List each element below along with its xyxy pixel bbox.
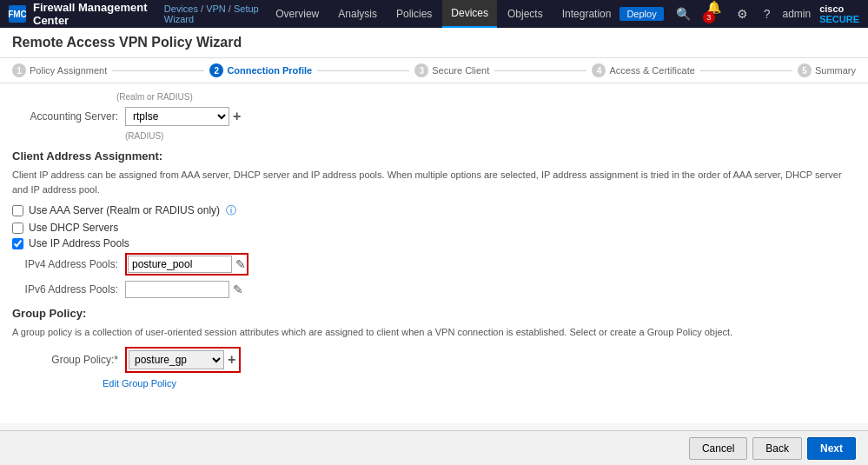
- nav-overview[interactable]: Overview: [267, 0, 328, 28]
- ipv4-pool-label: IPv4 Address Pools:: [12, 258, 125, 270]
- accounting-server-control: rtplse +: [125, 107, 241, 126]
- top-nav-menu: Overview Analysis Policies Devices Objec…: [267, 0, 620, 28]
- info-icon: ⓘ: [226, 204, 236, 216]
- use-dhcp-label: Use DHCP Servers: [29, 222, 118, 234]
- accounting-server-hint: (RADIUS): [125, 131, 856, 141]
- accounting-server-label: Accounting Server:: [12, 110, 125, 123]
- nav-devices[interactable]: Devices: [442, 0, 497, 28]
- wizard-step-1[interactable]: 1 Policy Assignment: [12, 63, 107, 77]
- settings-icon[interactable]: ⚙: [733, 5, 752, 23]
- step-label-5: Summary: [815, 65, 856, 76]
- app-title: Firewall Management Center: [33, 1, 157, 27]
- cisco-secure-logo: cisco SECURE: [819, 3, 859, 24]
- step-num-2: 2: [209, 63, 223, 77]
- wizard-step-2[interactable]: 2 Connection Profile: [209, 63, 312, 77]
- top-nav-right: Deploy 🔍 🔔3 ⚙ ? admin cisco SECURE: [620, 0, 859, 30]
- step-num-3: 3: [414, 63, 428, 77]
- use-dhcp-row: Use DHCP Servers: [12, 222, 856, 234]
- search-icon[interactable]: 🔍: [673, 5, 694, 23]
- wizard-step-4[interactable]: 4 Access & Certificate: [592, 63, 694, 77]
- top-navigation: FMC Firewall Management Center Devices /…: [0, 0, 868, 28]
- group-policy-section-title: Group Policy:: [12, 307, 856, 320]
- use-ip-label: Use IP Address Pools: [29, 237, 129, 249]
- use-aaa-checkbox[interactable]: [12, 205, 23, 216]
- main-content: (Realm or RADIUS) Accounting Server: rtp…: [0, 83, 868, 423]
- step-label-4: Access & Certificate: [609, 65, 694, 76]
- ipv6-pool-edit-icon[interactable]: ✎: [233, 282, 243, 296]
- step-num-4: 4: [592, 63, 606, 77]
- use-aaa-row: Use AAA Server (Realm or RADIUS only) ⓘ: [12, 203, 856, 218]
- nav-analysis[interactable]: Analysis: [329, 0, 386, 28]
- group-policy-description: A group policy is a collection of user-o…: [12, 325, 856, 340]
- step-label-3: Secure Client: [432, 65, 489, 76]
- wizard-step-3[interactable]: 3 Secure Client: [414, 63, 489, 77]
- add-accounting-server-icon[interactable]: +: [233, 109, 241, 124]
- app-logo: FMC: [9, 5, 26, 23]
- ipv4-pool-row: IPv4 Address Pools: ✎: [12, 253, 856, 276]
- group-policy-label: Group Policy:*: [12, 354, 125, 366]
- nav-left: FMC Firewall Management Center Devices /…: [9, 1, 267, 27]
- accounting-server-row2: Accounting Server: rtplse +: [12, 107, 856, 126]
- server-hint: (Realm or RADIUS): [116, 92, 193, 102]
- step-divider-1: [112, 70, 204, 71]
- wizard-step-5[interactable]: 5 Summary: [798, 63, 856, 77]
- group-policy-select-wrap: posture_gp +: [125, 347, 241, 373]
- client-address-section-title: Client Address Assignment:: [12, 149, 856, 163]
- next-button[interactable]: Next: [807, 437, 856, 460]
- step-divider-2: [317, 70, 409, 71]
- step-label-1: Policy Assignment: [30, 65, 107, 76]
- wizard-steps: 1 Policy Assignment 2 Connection Profile…: [0, 58, 868, 83]
- page-header: Remote Access VPN Policy Wizard: [0, 28, 868, 58]
- step-num-5: 5: [798, 63, 812, 77]
- step-num-1: 1: [12, 63, 26, 77]
- deploy-button[interactable]: Deploy: [620, 7, 663, 21]
- step-divider-4: [700, 70, 792, 71]
- ipv4-pool-input-wrap: ✎: [125, 253, 248, 276]
- use-aaa-label: Use AAA Server (Realm or RADIUS only) ⓘ: [29, 203, 236, 218]
- back-button[interactable]: Back: [752, 437, 802, 460]
- ipv4-pool-input[interactable]: [128, 256, 232, 273]
- ipv6-pool-label: IPv6 Address Pools:: [12, 283, 125, 296]
- breadcrumb: Devices / VPN / Setup Wizard: [164, 3, 267, 24]
- group-policy-select[interactable]: posture_gp: [129, 350, 224, 369]
- page-title: Remote Access VPN Policy Wizard: [12, 35, 242, 50]
- accounting-server-select[interactable]: rtplse: [125, 107, 229, 126]
- admin-label[interactable]: admin: [782, 8, 811, 20]
- help-icon[interactable]: ?: [760, 5, 774, 23]
- group-policy-row: Group Policy:* posture_gp +: [12, 347, 856, 373]
- nav-integration[interactable]: Integration: [553, 0, 620, 28]
- bottom-bar: Cancel Back Next: [0, 430, 868, 465]
- ipv6-pool-input[interactable]: [125, 281, 229, 298]
- use-ip-row: Use IP Address Pools: [12, 237, 856, 249]
- accounting-server-row: (Realm or RADIUS): [12, 92, 856, 102]
- nav-objects[interactable]: Objects: [499, 0, 552, 28]
- ipv4-pool-edit-icon[interactable]: ✎: [235, 257, 246, 271]
- group-policy-section: Group Policy: A group policy is a collec…: [12, 307, 856, 389]
- ipv6-pool-input-wrap: ✎: [125, 281, 243, 298]
- use-ip-checkbox[interactable]: [12, 238, 23, 249]
- step-divider-3: [494, 70, 586, 71]
- content-area: (Realm or RADIUS) Accounting Server: rtp…: [0, 83, 868, 423]
- add-group-policy-icon[interactable]: +: [226, 352, 237, 368]
- breadcrumb-devices[interactable]: Devices: [164, 3, 198, 14]
- edit-group-policy-link[interactable]: Edit Group Policy: [103, 378, 856, 389]
- notifications-icon[interactable]: 🔔3: [703, 0, 725, 30]
- nav-policies[interactable]: Policies: [388, 0, 441, 28]
- client-address-description: Client IP address can be assigned from A…: [12, 168, 856, 196]
- ipv6-pool-row: IPv6 Address Pools: ✎: [12, 281, 856, 298]
- breadcrumb-vpn[interactable]: VPN: [206, 3, 226, 14]
- cancel-button[interactable]: Cancel: [689, 437, 747, 460]
- use-dhcp-checkbox[interactable]: [12, 223, 23, 234]
- step-label-2: Connection Profile: [227, 65, 312, 76]
